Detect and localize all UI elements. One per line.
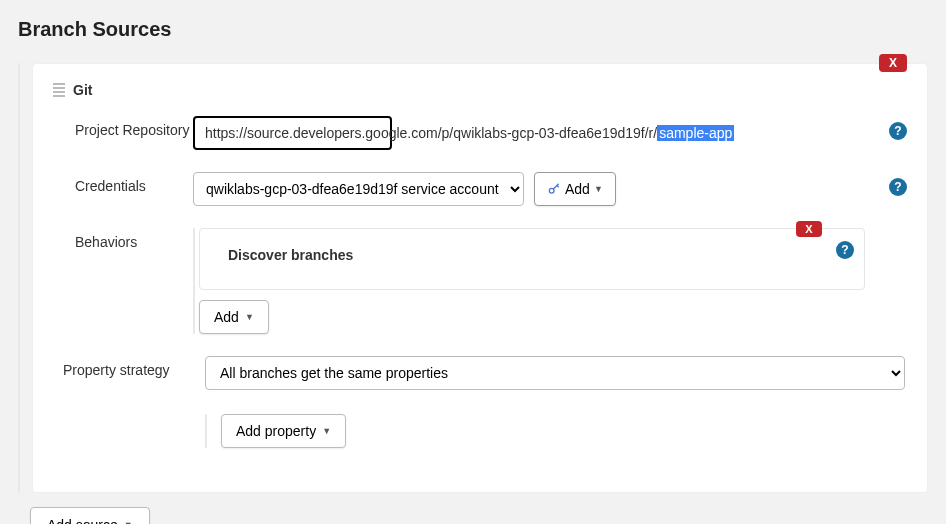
branch-sources-panel: X Git Project Repository https://source.… bbox=[18, 63, 928, 493]
behaviors-label: Behaviors bbox=[53, 228, 193, 250]
repo-row: Project Repository https://source.develo… bbox=[53, 116, 907, 150]
help-icon[interactable]: ? bbox=[889, 178, 907, 196]
caret-down-icon: ▼ bbox=[594, 184, 603, 194]
help-icon[interactable]: ? bbox=[889, 122, 907, 140]
property-strategy-row: Property strategy All branches get the s… bbox=[53, 356, 907, 448]
repo-label: Project Repository bbox=[53, 116, 193, 138]
credentials-label: Credentials bbox=[53, 172, 193, 194]
delete-behavior-button[interactable]: X bbox=[796, 221, 822, 237]
caret-down-icon: ▼ bbox=[322, 426, 331, 436]
add-source-row: Add source ▼ bbox=[18, 507, 928, 524]
delete-source-button[interactable]: X bbox=[879, 54, 907, 72]
property-strategy-select[interactable]: All branches get the same properties bbox=[205, 356, 905, 390]
behaviors-row: Behaviors X ? Discover branches Add ▼ bbox=[53, 228, 907, 334]
svg-point-0 bbox=[549, 188, 554, 193]
git-header: Git bbox=[53, 82, 907, 98]
credentials-row: Credentials qwiklabs-gcp-03-dfea6e19d19f… bbox=[53, 172, 907, 206]
git-source-panel: X Git Project Repository https://source.… bbox=[32, 63, 928, 493]
property-strategy-label: Property strategy bbox=[53, 356, 205, 378]
key-icon bbox=[547, 182, 561, 196]
behavior-title: Discover branches bbox=[228, 247, 846, 263]
behavior-item: X ? Discover branches bbox=[199, 228, 865, 290]
drag-handle-icon[interactable] bbox=[53, 83, 65, 97]
credentials-select[interactable]: qwiklabs-gcp-03-dfea6e19d19f service acc… bbox=[193, 172, 524, 206]
caret-down-icon: ▼ bbox=[245, 312, 254, 322]
git-title: Git bbox=[73, 82, 92, 98]
add-credentials-button[interactable]: Add ▼ bbox=[534, 172, 616, 206]
caret-down-icon: ▼ bbox=[124, 520, 133, 524]
project-repository-input[interactable] bbox=[193, 116, 392, 150]
add-property-button[interactable]: Add property ▼ bbox=[221, 414, 346, 448]
section-title: Branch Sources bbox=[18, 18, 928, 41]
add-behavior-button[interactable]: Add ▼ bbox=[199, 300, 269, 334]
add-source-button[interactable]: Add source ▼ bbox=[30, 507, 150, 524]
repo-highlight-selection: sample-app bbox=[657, 125, 734, 141]
help-icon[interactable]: ? bbox=[836, 241, 854, 259]
